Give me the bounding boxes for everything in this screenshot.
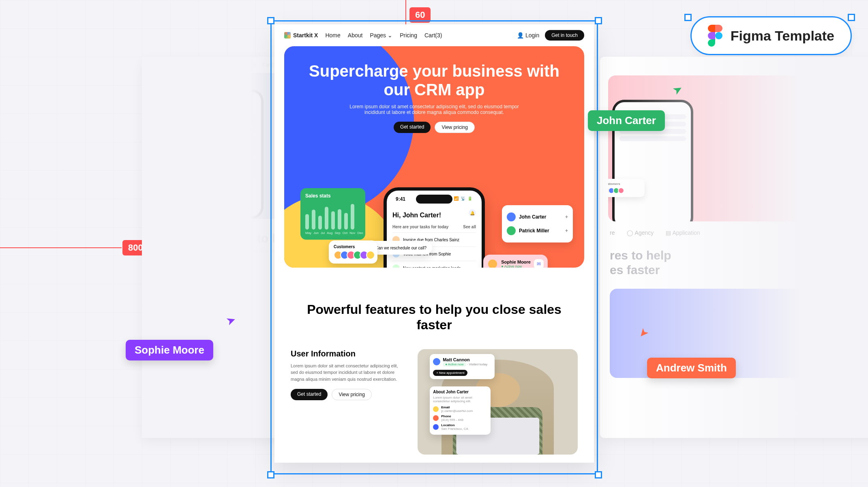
selection-frame[interactable] — [270, 20, 598, 474]
figma-badge-label: Figma Template — [731, 28, 834, 44]
selection-handle[interactable] — [595, 17, 602, 24]
cursor-tag-sophie: Sophie Moore — [126, 340, 213, 360]
selection-handle[interactable] — [267, 17, 274, 24]
cursor-tag-john: John Carter — [588, 110, 665, 131]
selection-handle[interactable] — [684, 14, 692, 21]
selection-handle[interactable] — [595, 471, 602, 478]
figma-template-badge: Figma Template — [690, 16, 852, 55]
selection-handle[interactable] — [848, 14, 855, 21]
cursor-tag-andrew: Andrew Smith — [647, 358, 736, 378]
horizontal-guide — [0, 247, 122, 248]
figma-logo-icon — [708, 25, 722, 47]
selection-handle[interactable] — [267, 471, 274, 478]
